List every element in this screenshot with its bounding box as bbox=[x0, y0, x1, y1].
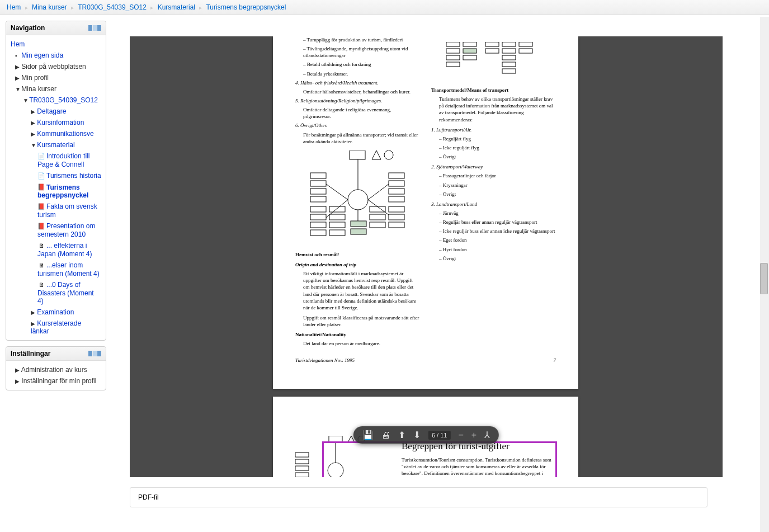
crumb-current[interactable]: Turismens begreppsnyckel bbox=[206, 3, 286, 11]
nav-kursinfo[interactable]: Kursinformation bbox=[37, 119, 84, 126]
vertical-scrollbar[interactable] bbox=[760, 17, 769, 532]
svg-rect-45 bbox=[502, 55, 516, 60]
pdf-text: – Järnväg bbox=[431, 210, 556, 216]
pdf-page-number: 7 bbox=[554, 357, 556, 363]
caret-right-icon[interactable]: ▶ bbox=[31, 131, 35, 137]
nav-mat-elser[interactable]: ...elser inom turismen (Moment 4) bbox=[37, 261, 100, 277]
nav-hem[interactable]: Hem bbox=[11, 40, 25, 48]
caret-right-icon[interactable]: ▶ bbox=[31, 309, 35, 316]
svg-rect-18 bbox=[389, 181, 404, 186]
pdf-text: Turismens behov av olika transportlösnin… bbox=[431, 96, 556, 123]
nav-mat-days[interactable]: ...0 Days of Disasters (Moment 4) bbox=[37, 281, 94, 305]
dock-controls-icon[interactable] bbox=[88, 351, 101, 356]
nav-komm[interactable]: Kommunikationsve bbox=[37, 130, 93, 138]
zoom-out-icon[interactable]: − bbox=[458, 430, 463, 440]
caret-right-icon[interactable]: ▶ bbox=[31, 109, 35, 115]
svg-rect-11 bbox=[310, 222, 326, 228]
caret-right-icon[interactable]: ▶ bbox=[31, 321, 35, 327]
diagram-icon bbox=[431, 42, 556, 81]
crumb-course[interactable]: TR030G_54039_SO12 bbox=[78, 3, 147, 11]
breadcrumb-sep: ▸ bbox=[71, 4, 74, 11]
caret-down-icon[interactable]: ▼ bbox=[23, 97, 27, 103]
file-type-label: PDF-fil bbox=[130, 487, 707, 507]
page-down-icon[interactable]: ⬇ bbox=[413, 430, 421, 440]
pdf-text: – Hyrt fordon bbox=[431, 246, 556, 253]
nav-mat-hist[interactable]: Turismens historia bbox=[46, 172, 101, 180]
svg-point-54 bbox=[328, 463, 343, 477]
page-icon: 🗎 bbox=[37, 281, 45, 289]
svg-rect-43 bbox=[502, 42, 516, 46]
nav-profil[interactable]: Min profil bbox=[21, 74, 49, 82]
caret-right-icon[interactable]: ▶ bbox=[15, 378, 20, 384]
zoom-in-icon[interactable]: + bbox=[471, 430, 477, 440]
pdf-viewer[interactable]: – Turupplägg för produktion av turism, f… bbox=[130, 36, 723, 477]
nav-deltagare[interactable]: Deltagare bbox=[37, 107, 66, 115]
doc-icon: 📄 bbox=[37, 153, 45, 161]
pdf-text: 4. Hälso- och friskvård/Health treatment… bbox=[295, 79, 420, 86]
pdf-text: 3. Landtransport/Land bbox=[431, 201, 556, 208]
svg-rect-48 bbox=[519, 42, 532, 46]
total-pages: 11 bbox=[440, 432, 447, 439]
crumb-material[interactable]: Kursmaterial bbox=[158, 3, 195, 11]
print-icon[interactable]: 🖨 bbox=[381, 430, 390, 440]
page-up-icon[interactable]: ⬆ bbox=[398, 430, 405, 440]
pdf-text: Uppgift om resmål klassificeras på motsv… bbox=[295, 314, 420, 328]
pdf-heading: Hemvist och resmål/ bbox=[295, 251, 420, 258]
svg-line-29 bbox=[326, 184, 348, 200]
navigation-title: Navigation bbox=[11, 24, 45, 32]
svg-rect-7 bbox=[310, 189, 326, 194]
pdf-text: Omfattar deltagande i religiösa eveneman… bbox=[295, 106, 420, 120]
nav-kursmaterial[interactable]: Kursmaterial bbox=[37, 141, 74, 149]
svg-rect-24 bbox=[389, 206, 404, 212]
settings-profil[interactable]: Inställningar för min profil bbox=[21, 377, 96, 385]
pdf-text: – Kryssningar bbox=[431, 182, 556, 189]
pdf-text: – Eget fordon bbox=[431, 237, 556, 243]
save-icon[interactable]: 💾 bbox=[362, 430, 374, 440]
caret-down-icon[interactable]: ▼ bbox=[31, 142, 35, 148]
pdf-text: – Betalda yrkeskurser. bbox=[295, 70, 420, 77]
pdf-icon: 📕 bbox=[37, 183, 45, 191]
pdf-text: Ett viktigt informationsfält i marknadss… bbox=[295, 270, 420, 311]
caret-right-icon[interactable]: ▶ bbox=[15, 64, 20, 70]
crumb-hem[interactable]: Hem bbox=[7, 3, 21, 11]
navigation-tree: Hem ▪ Min egen sida ▶ Sidor på webbplats… bbox=[6, 35, 106, 340]
svg-rect-36 bbox=[446, 55, 460, 60]
caret-down-icon[interactable]: ▼ bbox=[15, 86, 20, 92]
nav-min-sida[interactable]: Min egen sida bbox=[21, 51, 63, 59]
nav-lankar[interactable]: Kursrelaterade länkar bbox=[31, 319, 81, 335]
svg-line-31 bbox=[368, 184, 389, 200]
svg-rect-47 bbox=[502, 69, 516, 73]
svg-rect-6 bbox=[310, 181, 326, 186]
nav-mina-kurser[interactable]: Mina kurser bbox=[21, 85, 56, 93]
pdf-toolbar: 💾 🖨 ⬆ ⬇ 6 / 11 − + ⅄ bbox=[353, 426, 499, 444]
caret-right-icon[interactable]: ▶ bbox=[15, 367, 20, 373]
caret-right-icon[interactable]: ▶ bbox=[15, 75, 20, 81]
pdf-icon: 📕 bbox=[37, 203, 45, 211]
nav-mat-japan[interactable]: ... effekterna i Japan (Moment 4) bbox=[37, 242, 92, 258]
adobe-icon[interactable]: ⅄ bbox=[484, 430, 490, 440]
settings-admin[interactable]: Administration av kurs bbox=[21, 366, 87, 374]
pdf-text: – Betald utbildning och forskning bbox=[295, 61, 420, 68]
caret-right-icon[interactable]: ▶ bbox=[31, 120, 35, 126]
nav-sidor[interactable]: Sidor på webbplatsen bbox=[21, 63, 86, 70]
nav-course[interactable]: TR030G_54039_SO12 bbox=[29, 96, 98, 104]
pdf-text: – Övrigt bbox=[431, 191, 556, 197]
svg-marker-1 bbox=[372, 150, 381, 159]
scrollbar-thumb[interactable] bbox=[760, 263, 768, 294]
nav-mat-pres[interactable]: Presentation om semestern 2010 bbox=[37, 222, 95, 238]
nav-mat-fakta[interactable]: Fakta om svensk turism bbox=[37, 203, 97, 219]
svg-rect-39 bbox=[463, 49, 477, 53]
nav-exam[interactable]: Examination bbox=[37, 308, 74, 316]
svg-rect-23 bbox=[370, 222, 385, 228]
crumb-kurser[interactable]: Mina kurser bbox=[32, 3, 67, 11]
nav-mat-intro[interactable]: Introduktion till Page & Connell bbox=[37, 152, 89, 168]
pdf-text: – Icke reguljärt flyg bbox=[431, 144, 556, 151]
pdf-heading: Origin and destination of trip bbox=[295, 261, 420, 268]
svg-rect-49 bbox=[519, 49, 532, 53]
svg-rect-55 bbox=[295, 453, 309, 457]
page-icon: 🗎 bbox=[37, 262, 45, 270]
pdf-text: – Tävlingsdeltagande, myndighetsuppdrag … bbox=[295, 45, 420, 59]
svg-rect-12 bbox=[310, 230, 326, 236]
dock-controls-icon[interactable] bbox=[88, 25, 101, 31]
svg-point-2 bbox=[384, 150, 393, 159]
